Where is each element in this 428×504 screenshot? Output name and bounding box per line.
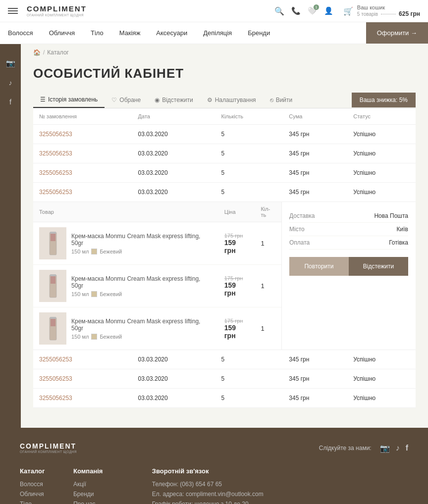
hamburger-button[interactable] <box>8 8 18 14</box>
product-qty: 1 <box>255 307 281 350</box>
breadcrumb-home[interactable]: 🏠 <box>33 49 41 56</box>
tab-wishlist[interactable]: ♡ Обране <box>105 93 148 107</box>
product-info: Крем-маска Monmu Cream Mask express lift… <box>71 275 213 297</box>
header-icons: 🔍 📞 🤍 1 👤 <box>274 6 333 16</box>
svg-rect-8 <box>50 317 56 319</box>
order-link[interactable]: 3255056253 <box>39 131 72 138</box>
footer-facebook-icon[interactable]: f <box>406 444 408 453</box>
wishlist-icon[interactable]: 🤍 1 <box>308 6 317 15</box>
footer-link-aktsii[interactable]: Акції <box>73 481 127 488</box>
phone-icon[interactable]: 📞 <box>291 6 301 15</box>
product-row: Крем-маска Monmu Cream Mask express lift… <box>33 222 281 265</box>
order-qty: 5 <box>215 350 283 369</box>
sidebar: 📷 ♪ f <box>0 44 21 428</box>
nav-item-tilo[interactable]: Тіло <box>83 22 111 44</box>
tiktok-icon[interactable]: ♪ <box>9 79 12 87</box>
order-qty: 5 <box>215 183 283 202</box>
tab-track[interactable]: ◉ Відстежити <box>148 93 200 107</box>
product-info: Крем-маска Monmu Cream Mask express lift… <box>71 233 213 254</box>
order-link[interactable]: 3255056253 <box>39 375 72 382</box>
cart-price: 625 грн <box>399 10 420 17</box>
instagram-icon[interactable]: 📷 <box>6 59 15 68</box>
track-icon: ◉ <box>155 97 160 103</box>
nav-item-volossya[interactable]: Волосся <box>0 22 41 44</box>
order-link[interactable]: 3255056253 <box>39 356 72 363</box>
tab-settings[interactable]: ⚙ Налаштування <box>200 93 263 107</box>
nav-item-aksesuary[interactable]: Аксесуари <box>148 22 195 44</box>
product-col-qty: Кіл-ть <box>255 202 281 222</box>
discount-badge[interactable]: Ваша знижка: 5% <box>352 93 416 107</box>
nav-item-oblychchya[interactable]: Обличчя <box>41 22 83 44</box>
footer-link-pro-nas[interactable]: Про нас <box>73 501 127 504</box>
delivery-label: Доставка <box>289 212 315 219</box>
table-row: 3255056253 03.03.2020 5 345 грн Успішно <box>33 350 416 369</box>
col-qty: Кількість <box>215 108 283 125</box>
footer-link-oblychchya[interactable]: Обличчя <box>20 491 49 498</box>
order-date: 03.03.2020 <box>132 183 215 202</box>
nav-checkout-button[interactable]: Оформити → <box>366 22 428 44</box>
product-volume: 150 мл <box>71 249 89 254</box>
nav-item-brendy[interactable]: Бренди <box>240 22 278 44</box>
product-volume: 150 мл <box>71 291 89 297</box>
product-row: Крем-маска Monmu Cream Mask express lift… <box>33 265 281 307</box>
table-row: 3255056253 03.03.2020 5 345 грн Успішно <box>33 125 416 144</box>
repeat-order-button[interactable]: Повторити <box>289 257 349 276</box>
svg-rect-1 <box>51 234 55 241</box>
footer-tiktok-icon[interactable]: ♪ <box>396 444 400 453</box>
logo[interactable]: COMPLIMENT ОГАННИЙ КОМПЛІМЕНТ ЩОДНЯ <box>27 5 87 17</box>
nav-item-depilyatsiya[interactable]: Депіляція <box>195 22 240 44</box>
breadcrumb-sep: / <box>43 49 45 56</box>
order-link[interactable]: 3255056253 <box>39 150 72 157</box>
order-sum: 345 грн <box>283 350 347 369</box>
product-image <box>39 270 66 302</box>
order-sum: 345 грн <box>283 144 347 163</box>
table-row-expanded-header: 3255056253 03.03.2020 5 345 грн Успішно <box>33 183 416 202</box>
order-status: Успішно <box>347 369 416 389</box>
product-volume: 150 мл <box>71 334 89 340</box>
header: COMPLIMENT ОГАННИЙ КОМПЛІМЕНТ ЩОДНЯ 🔍 📞 … <box>0 0 428 22</box>
order-link[interactable]: 3255056253 <box>39 189 72 196</box>
payment-value: Готівка <box>389 239 408 246</box>
cart-area[interactable]: 🛒 Ваш кошик 5 товарів 625 грн <box>343 4 420 17</box>
footer-logo[interactable]: COMPLIMENT ОГАННИЙ КОМПЛІМЕНТ ЩОДНЯ <box>20 443 77 454</box>
footer-link-brendy[interactable]: Бренди <box>73 491 127 498</box>
settings-icon: ⚙ <box>207 97 213 103</box>
table-row: 3255056253 03.03.2020 5 345 грн Успішно <box>33 163 416 183</box>
track-order-button[interactable]: Відстежити <box>349 257 408 276</box>
facebook-icon[interactable]: f <box>9 98 11 106</box>
footer-phone: Телефон: (063) 654 67 65 <box>152 481 264 488</box>
footer-instagram-icon[interactable]: 📷 <box>380 444 390 453</box>
footer-link-volossya[interactable]: Волосся <box>20 481 49 488</box>
product-price-new: 159 грн <box>224 239 249 254</box>
product-color: Бежевий <box>100 334 122 340</box>
order-sum: 345 грн <box>283 183 347 202</box>
footer-email: Ел. адреса: compliment.vin@outlook.com <box>152 491 264 498</box>
tab-history[interactable]: ☰ Історія замовлень <box>33 92 105 108</box>
footer-link-tilo[interactable]: Тіло <box>20 501 49 504</box>
svg-rect-7 <box>51 319 55 326</box>
order-sum: 345 грн <box>283 369 347 389</box>
cart-label: Ваш кошик <box>357 4 420 10</box>
col-date: Дата <box>132 108 215 125</box>
orders-table: № замовлення Дата Кількість Сума Статус … <box>33 108 416 408</box>
account-icon[interactable]: 👤 <box>324 6 333 15</box>
product-name: Крем-маска Monmu Cream Mask express lift… <box>71 233 213 247</box>
main-content: 🏠 / Каталог ОСОБИСТИЙ КАБІНЕТ ☰ Історія … <box>21 44 428 428</box>
nav: Волосся Обличчя Тіло Макіяж Аксесуари Де… <box>0 22 428 44</box>
cart-items: 5 товарів <box>357 11 378 17</box>
order-status: Успішно <box>347 350 416 369</box>
nav-item-makiazh[interactable]: Макіяж <box>111 22 149 44</box>
order-qty: 5 <box>215 163 283 183</box>
order-link[interactable]: 3255056253 <box>39 395 72 402</box>
footer-hours: Графік роботи: щоденно з 10 до 20 <box>152 501 264 504</box>
payment-label: Оплата <box>289 239 310 246</box>
order-date: 03.03.2020 <box>132 163 215 183</box>
order-link[interactable]: 3255056253 <box>39 169 72 176</box>
tab-logout[interactable]: ⎋ Вийти <box>263 93 300 107</box>
product-image <box>39 227 66 259</box>
search-icon[interactable]: 🔍 <box>274 6 284 16</box>
order-date: 03.03.2020 <box>132 369 215 389</box>
breadcrumb-current: Каталог <box>47 49 69 56</box>
product-color: Бежевий <box>100 249 122 254</box>
order-sum: 345 грн <box>283 389 347 408</box>
